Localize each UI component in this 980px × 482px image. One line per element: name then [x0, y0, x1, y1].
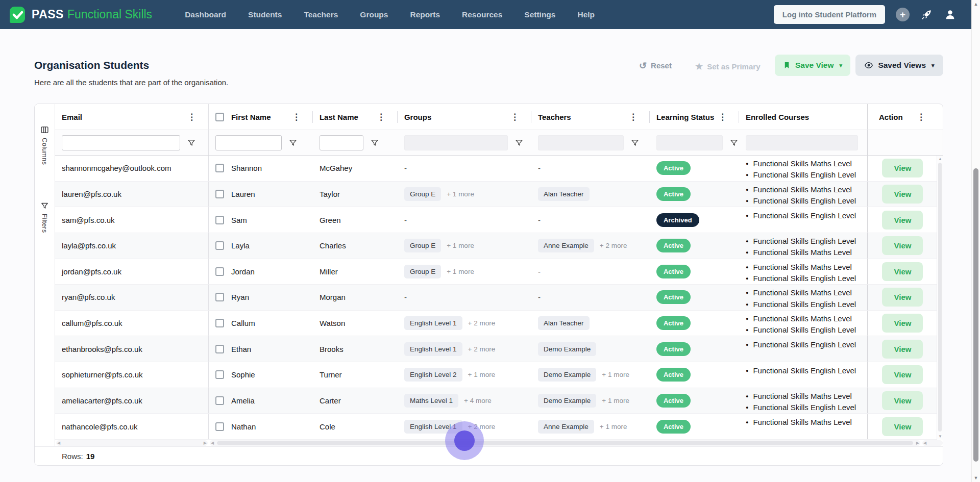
- group-chip: Group E: [404, 265, 441, 278]
- row-checkbox[interactable]: [215, 267, 224, 276]
- cell-last-name: Taylor: [313, 182, 398, 207]
- row-checkbox[interactable]: [215, 216, 224, 224]
- horizontal-scroll-thumb[interactable]: [217, 441, 913, 445]
- nav-item-settings[interactable]: Settings: [524, 10, 555, 19]
- view-button[interactable]: View: [882, 211, 923, 230]
- column-menu-icon[interactable]: ⋮: [917, 113, 925, 121]
- view-button[interactable]: View: [882, 314, 923, 333]
- scroll-left-icon[interactable]: ◀: [211, 441, 214, 445]
- course-item: ●Functional Skills English Level: [746, 339, 867, 351]
- status-badge: Active: [656, 316, 691, 330]
- scroll-up-icon[interactable]: ▲: [972, 2, 980, 7]
- column-menu-icon[interactable]: ⋮: [629, 113, 638, 121]
- rocket-icon[interactable]: [920, 8, 933, 21]
- column-menu-icon[interactable]: ⋮: [718, 113, 727, 121]
- select-all-checkbox[interactable]: [215, 113, 224, 121]
- filter-funnel-icon[interactable]: [729, 138, 739, 147]
- scroll-right-icon[interactable]: ▶: [916, 441, 919, 445]
- view-button[interactable]: View: [882, 340, 923, 359]
- view-button[interactable]: View: [882, 185, 923, 204]
- row-checkbox[interactable]: [215, 370, 224, 379]
- vertical-scroll-thumb[interactable]: [938, 163, 942, 432]
- view-button[interactable]: View: [882, 365, 923, 384]
- cell-email: ryan@pfs.co.uk: [55, 285, 209, 310]
- filters-panel-toggle[interactable]: Filters: [40, 201, 49, 233]
- row-checkbox[interactable]: [215, 345, 224, 353]
- table-vertical-scrollbar[interactable]: ▲ ▼: [937, 156, 943, 440]
- row-checkbox[interactable]: [215, 190, 224, 198]
- table-row: jordan@pfs.co.ukJordanMillerGroup E+ 1 m…: [55, 259, 943, 285]
- cell-groups: Maths Level 1+ 4 more: [398, 388, 531, 414]
- browser-scrollbar[interactable]: ▲ ▼: [971, 0, 980, 482]
- cell-groups: English Level 1+ 2 more: [398, 336, 531, 362]
- row-checkbox[interactable]: [215, 396, 224, 405]
- filter-input-last[interactable]: [320, 135, 363, 150]
- row-checkbox[interactable]: [215, 164, 224, 172]
- filter-funnel-icon[interactable]: [514, 138, 524, 147]
- filter-funnel-icon[interactable]: [288, 138, 298, 147]
- cell-last-name: Charles: [313, 233, 398, 259]
- row-checkbox[interactable]: [215, 319, 224, 327]
- filter-funnel-icon[interactable]: [370, 138, 379, 147]
- status-badge: Active: [656, 420, 691, 434]
- bookmark-icon: [783, 61, 791, 69]
- cell-groups: English Level 2+ 1 more: [398, 362, 531, 388]
- nav-item-dashboard[interactable]: Dashboard: [185, 10, 226, 19]
- view-button[interactable]: View: [882, 262, 923, 281]
- status-badge: Active: [656, 394, 691, 408]
- nav-item-help[interactable]: Help: [577, 10, 595, 19]
- course-name: Functional Skills English Level: [753, 169, 856, 181]
- table-row: callum@pfs.co.ukCallumWatsonEnglish Leve…: [55, 311, 943, 337]
- status-badge: Active: [656, 187, 691, 201]
- view-button[interactable]: View: [882, 417, 923, 436]
- view-button[interactable]: View: [882, 391, 923, 410]
- view-button[interactable]: View: [882, 159, 923, 177]
- reset-button[interactable]: ↺ Reset: [639, 61, 672, 70]
- teacher-chip: Alan Teacher: [538, 316, 590, 330]
- column-menu-icon[interactable]: ⋮: [510, 113, 519, 121]
- filter-funnel-icon[interactable]: [187, 138, 196, 147]
- bullet-icon: ●: [746, 298, 748, 310]
- filter-input-first[interactable]: [215, 135, 282, 150]
- save-view-button[interactable]: Save View ▾: [775, 55, 850, 76]
- view-button[interactable]: View: [882, 288, 923, 307]
- nav-item-reports[interactable]: Reports: [410, 10, 440, 19]
- columns-panel-toggle[interactable]: Columns: [40, 125, 49, 165]
- table-horizontal-scrollbar[interactable]: ◀ ▶ ◀ ▶ ◀: [55, 440, 943, 446]
- view-button[interactable]: View: [882, 236, 923, 255]
- more-count: + 1 more: [447, 242, 474, 249]
- group-chip: English Level 2: [404, 368, 462, 382]
- filter-input-email[interactable]: [62, 135, 180, 150]
- scroll-left-icon[interactable]: ◀: [923, 441, 926, 445]
- column-menu-icon[interactable]: ⋮: [187, 113, 196, 121]
- scroll-left-icon[interactable]: ◀: [57, 441, 60, 445]
- browser-scroll-thumb[interactable]: [973, 168, 978, 462]
- column-menu-icon[interactable]: ⋮: [292, 113, 301, 121]
- cell-enrolled-courses: ●Functional Skills English Level: [739, 362, 867, 388]
- set-as-primary-button[interactable]: ★ Set as Primary: [695, 61, 760, 72]
- plus-icon[interactable]: +: [896, 8, 910, 21]
- filter-funnel-icon[interactable]: [630, 138, 640, 147]
- row-checkbox[interactable]: [215, 293, 224, 301]
- nav-item-groups[interactable]: Groups: [360, 10, 388, 19]
- brand-logo[interactable]: PASSFunctional Skills: [8, 6, 152, 24]
- nav-item-students[interactable]: Students: [248, 10, 282, 19]
- nav-item-teachers[interactable]: Teachers: [304, 10, 338, 19]
- nav-item-resources[interactable]: Resources: [462, 10, 502, 19]
- cell-groups: Group E+ 1 more: [398, 182, 531, 207]
- user-icon[interactable]: [944, 8, 957, 21]
- scroll-right-icon[interactable]: ▶: [204, 441, 207, 445]
- scroll-up-icon[interactable]: ▲: [938, 157, 943, 161]
- login-student-platform-button[interactable]: Log into Student Platform: [774, 5, 885, 24]
- cell-enrolled-courses: ●Functional Skills Maths Level●Functiona…: [739, 388, 867, 414]
- saved-views-button[interactable]: Saved Views ▾: [855, 55, 943, 76]
- scroll-down-icon[interactable]: ▼: [972, 475, 980, 480]
- scroll-down-icon[interactable]: ▼: [938, 434, 943, 439]
- row-checkbox[interactable]: [215, 422, 224, 431]
- course-name: Functional Skills English Level: [753, 273, 856, 284]
- cell-email: lauren@pfs.co.uk: [55, 182, 209, 207]
- column-menu-icon[interactable]: ⋮: [377, 113, 385, 121]
- row-checkbox[interactable]: [215, 241, 224, 250]
- table-row: sophieturner@pfs.co.ukSophieTurnerEnglis…: [55, 362, 943, 388]
- column-header-last: Last Name⋮: [313, 104, 398, 130]
